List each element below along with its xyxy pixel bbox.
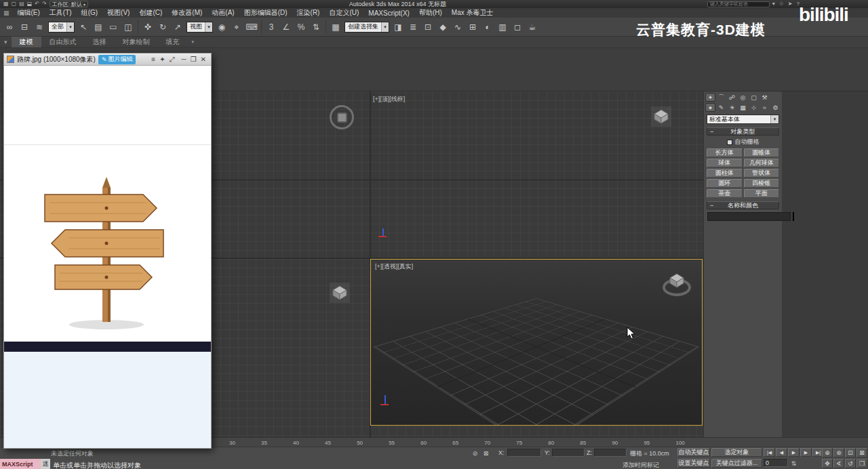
lights-category[interactable]: ☀ [727, 103, 737, 112]
top-viewport-label[interactable]: [+][顶][线框] [373, 95, 405, 104]
isolate-selection-icon[interactable]: ⊘ [471, 449, 479, 457]
x-coordinate-field[interactable] [507, 449, 541, 457]
viewcube-cube[interactable] [667, 270, 687, 291]
viewcube-ring-gizmo[interactable] [330, 105, 354, 129]
restore-button[interactable]: ❐ [189, 56, 199, 63]
space-warps-category[interactable]: ≈ [760, 103, 770, 112]
new-scene-icon[interactable]: ▢ [11, 1, 18, 7]
menu-item[interactable]: 动画(A) [207, 8, 239, 18]
modify-tab[interactable]: ⌒ [716, 93, 726, 102]
keyboard-override-icon[interactable]: ⌨ [245, 20, 258, 34]
play-button[interactable]: ▶ [788, 448, 800, 457]
select-and-move-icon[interactable]: ✜ [141, 20, 155, 34]
y-coordinate-field[interactable] [552, 449, 585, 457]
viewcube-top-viewport[interactable] [651, 106, 671, 127]
current-frame-field[interactable]: 0 [764, 459, 788, 467]
perspective-viewport-label[interactable]: [+][透视][真实] [375, 262, 413, 271]
app-menu-icon[interactable]: ▦ [3, 1, 9, 7]
select-object-icon[interactable]: ↖ [77, 20, 90, 34]
selected-filter-dropdown[interactable]: 选定对象 [711, 448, 762, 457]
selection-filter-dropdown[interactable]: 全部▾ [48, 22, 75, 33]
autogrid-checkbox[interactable] [727, 140, 732, 145]
layer-manager-icon[interactable]: ⊡ [421, 20, 435, 34]
menu-item[interactable]: 编辑(E) [13, 8, 45, 18]
render-production-icon[interactable]: ☕ [526, 20, 539, 34]
zoom-extents-all-icon[interactable]: ⊠ [856, 448, 867, 457]
orbit-icon[interactable]: ↺ [845, 459, 856, 468]
create-teapot-button[interactable]: 茶壶 [707, 189, 743, 198]
zoom-icon[interactable]: ⊕ [822, 448, 833, 457]
go-to-start-button[interactable]: |◀ [764, 448, 775, 457]
auto-key-button[interactable]: 自动关键点 [677, 448, 710, 457]
unlink-selection-icon[interactable]: ⊟ [18, 20, 31, 34]
angle-snap-icon[interactable]: ∠ [279, 20, 293, 34]
ribbon-tab-modeling[interactable]: 建模 [12, 37, 41, 47]
menu-item[interactable]: 帮助(H) [414, 8, 447, 18]
favorites-star-icon[interactable]: ☆ [778, 1, 785, 7]
cameras-category[interactable]: ▦ [738, 103, 748, 112]
object-name-input[interactable] [707, 212, 791, 221]
create-tab[interactable]: ✦ [705, 93, 715, 102]
geometry-category-dropdown[interactable]: 标准基本体 ▾ [707, 115, 779, 124]
create-torus-button[interactable]: 圆环 [707, 179, 743, 188]
ribbon-tab-object-paint[interactable]: 对象绘制 [115, 37, 158, 47]
object-color-swatch[interactable] [793, 212, 794, 221]
rectangular-selection-region-icon[interactable]: ▭ [106, 20, 120, 34]
undo-icon[interactable]: ↶ [34, 1, 40, 7]
helpers-category[interactable]: ⊹ [749, 103, 759, 112]
select-and-rotate-icon[interactable]: ↻ [156, 20, 170, 34]
menu-item[interactable]: 工具(T) [45, 8, 77, 18]
name-color-rollout-header[interactable]: − 名称和颜色 [707, 201, 779, 209]
image-window-titlebar[interactable]: 路牌.jpg (1000×1080像素) ✎ 图片编辑 ≡✦⤢ ─❐✕ [4, 54, 211, 66]
object-type-rollout-header[interactable]: − 对象类型 [707, 127, 779, 136]
z-coordinate-field[interactable] [594, 449, 627, 457]
search-input[interactable]: 键入关键字或短语 [707, 1, 770, 7]
menu-item[interactable]: 自定义(U) [324, 8, 363, 18]
image-viewer-window[interactable]: 路牌.jpg (1000×1080像素) ✎ 图片编辑 ≡✦⤢ ─❐✕ [3, 53, 212, 449]
select-by-name-icon[interactable]: ▤ [92, 20, 105, 34]
open-file-icon[interactable]: ▤ [18, 1, 25, 7]
rendered-frame-icon[interactable]: ◻ [511, 20, 524, 34]
spinner-snap-icon[interactable]: ⇅ [309, 20, 323, 34]
shapes-category[interactable]: ✎ [716, 103, 726, 112]
set-key-button[interactable]: 设置关键点 [677, 459, 710, 468]
curve-editor-icon[interactable]: ∿ [451, 20, 465, 34]
systems-category[interactable]: ⚙ [770, 103, 781, 112]
percent-snap-icon[interactable]: % [294, 20, 308, 34]
menu-item[interactable]: 组(G) [77, 8, 102, 18]
perspective-viewport[interactable]: [+][透视][真实] [370, 259, 703, 426]
frame-spinner[interactable]: ⇅ [789, 459, 798, 468]
maxscript-mini-listener[interactable]: MAXScript [0, 459, 41, 469]
graphite-toggle-icon[interactable]: ◆ [436, 20, 450, 34]
edit-named-selection-icon[interactable]: ▦ [329, 20, 342, 34]
selection-lock-icon[interactable]: ⊠ [481, 449, 490, 457]
window-crossing-icon[interactable]: ◫ [121, 20, 135, 34]
create-pyramid-button[interactable]: 四棱锥 [744, 179, 780, 188]
utilities-tab[interactable]: ⚒ [760, 93, 770, 102]
select-and-scale-icon[interactable]: ↗ [171, 20, 184, 34]
menu-item[interactable]: Max 杀毒卫士 [447, 8, 498, 18]
render-setup-icon[interactable]: ▥ [496, 20, 509, 34]
create-sphere-button[interactable]: 球体 [707, 159, 743, 167]
zoom-extents-icon[interactable]: ⊡ [845, 448, 856, 457]
create-cylinder-button[interactable]: 圆柱体 [707, 169, 743, 178]
minimize-button[interactable]: ─ [180, 56, 189, 63]
ribbon-tab-selection[interactable]: 选择 [85, 37, 115, 47]
ribbon-tab-freeform[interactable]: 自由形式 [41, 37, 85, 47]
create-plane-button[interactable]: 平面 [744, 189, 780, 198]
geometry-category[interactable]: ● [705, 103, 715, 112]
mirror-icon[interactable]: ◨ [391, 20, 405, 34]
pan-icon[interactable]: ✥ [822, 459, 833, 468]
key-filters-button[interactable]: 关键点过滤器... [711, 459, 762, 468]
select-and-manipulate-icon[interactable]: ⌖ [230, 20, 243, 34]
display-tab[interactable]: ▢ [749, 93, 759, 102]
next-frame-button[interactable]: ▶ [800, 448, 812, 457]
reference-coordinate-dropdown[interactable]: 视图▾ [186, 22, 213, 33]
application-icon[interactable]: ▦ [0, 9, 13, 16]
menu-item[interactable]: 渲染(R) [292, 8, 325, 18]
maximize-viewport-icon[interactable]: ❒ [856, 459, 867, 468]
use-pivot-center-icon[interactable]: ◉ [215, 20, 229, 34]
create-cone-button[interactable]: 圆锥体 [744, 148, 780, 157]
schematic-view-icon[interactable]: ⊞ [466, 20, 479, 34]
ribbon-tab-populate[interactable]: 填充 [158, 37, 188, 47]
